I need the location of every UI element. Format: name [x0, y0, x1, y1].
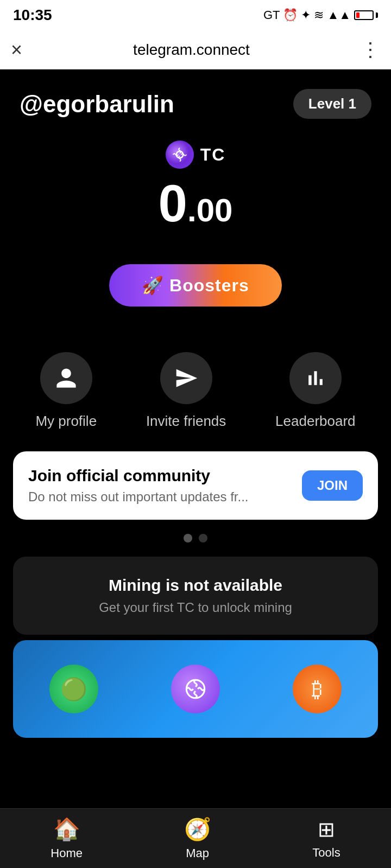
mining-section: Mining is not available Get your first T…: [13, 557, 378, 635]
tools-label: Tools: [312, 846, 340, 860]
coin-purple: [171, 665, 220, 713]
app-header: @egorbarulin Level 1: [0, 69, 391, 130]
balance-whole: 0: [159, 174, 187, 232]
leaderboard-action[interactable]: Leaderboard: [275, 352, 355, 430]
home-icon: 🏠: [53, 816, 80, 842]
home-label: Home: [51, 846, 83, 860]
bluetooth-icon: ✦: [301, 8, 311, 22]
level-badge: Level 1: [293, 89, 371, 119]
app-content: @egorbarulin Level 1 TC 0.00 🚀 Boosters: [0, 69, 391, 803]
join-button[interactable]: JOIN: [302, 470, 363, 501]
leaderboard-label: Leaderboard: [275, 413, 355, 430]
coin-orange: ₿: [293, 665, 342, 713]
boosters-button[interactable]: 🚀 Boosters: [109, 264, 282, 307]
nav-home[interactable]: 🏠 Home: [51, 811, 83, 866]
balance-section: TC 0.00: [0, 130, 391, 246]
leaderboard-icon: [304, 366, 327, 390]
tools-icon: ⊞: [318, 818, 335, 841]
action-buttons: My profile Invite friends Leaderboard: [0, 330, 391, 446]
coin-green: 🟢: [49, 665, 98, 713]
bottom-nav: 🏠 Home 🧭 Map ⊞ Tools: [0, 808, 391, 868]
community-text: Join official community Do not miss out …: [28, 467, 249, 505]
map-icon: 🧭: [184, 816, 211, 842]
status-icons: GT ⏰ ✦ ≋ ▲▲: [263, 8, 378, 22]
dots-indicator: [0, 525, 391, 551]
community-card: Join official community Do not miss out …: [13, 451, 378, 520]
balance-decimals: .00: [187, 192, 232, 228]
my-profile-action[interactable]: My profile: [35, 352, 97, 430]
invite-friends-label: Invite friends: [146, 413, 226, 430]
username: @egorbarulin: [20, 91, 174, 118]
battery-icon: [354, 10, 378, 20]
token-name: TC: [200, 145, 226, 165]
invite-friends-circle: [160, 352, 212, 404]
alarm-icon: ⏰: [283, 8, 298, 22]
nav-map[interactable]: 🧭 Map: [184, 811, 211, 866]
mining-title: Mining is not available: [26, 576, 365, 595]
my-profile-label: My profile: [35, 413, 97, 430]
nav-tools[interactable]: ⊞ Tools: [312, 812, 340, 865]
browser-close-button[interactable]: ×: [11, 39, 22, 61]
gt-icon: GT: [263, 8, 280, 22]
invite-friends-action[interactable]: Invite friends: [146, 352, 226, 430]
token-showcase: 🟢 ₿: [13, 640, 378, 738]
wifi-icon: ≋: [314, 8, 324, 22]
token-label: TC: [166, 141, 226, 169]
map-label: Map: [186, 846, 209, 860]
my-profile-circle: [40, 352, 92, 404]
status-time: 10:35: [13, 7, 52, 24]
svg-point-0: [176, 151, 183, 158]
community-title: Join official community: [28, 467, 249, 485]
mining-subtitle: Get your first TC to unlock mining: [26, 600, 365, 615]
dot-1: [184, 534, 192, 542]
balance-amount: 0.00: [159, 177, 233, 229]
status-bar: 10:35 GT ⏰ ✦ ≋ ▲▲: [0, 0, 391, 30]
signal-icon: ▲▲: [327, 8, 351, 22]
dot-2: [199, 534, 207, 542]
send-icon: [174, 366, 198, 390]
person-icon: [54, 366, 78, 390]
browser-menu-button[interactable]: ⋮: [361, 39, 380, 61]
community-description: Do not miss out important updates fr...: [28, 489, 249, 505]
browser-url: telegram.connect: [33, 41, 350, 59]
browser-bar: × telegram.connect ⋮: [0, 30, 391, 69]
token-icon: [166, 141, 194, 169]
leaderboard-circle: [289, 352, 342, 404]
